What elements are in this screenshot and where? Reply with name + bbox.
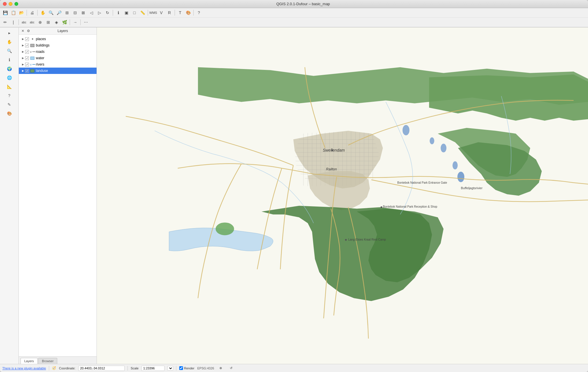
edit-tool[interactable]: ✏ <box>1 18 9 26</box>
pan-tool[interactable]: ✋ <box>39 9 47 16</box>
print-button[interactable]: 🖨 <box>28 9 36 16</box>
grass-tool[interactable]: 🌿 <box>61 18 68 26</box>
arrow-tool[interactable]: → <box>71 18 79 26</box>
label-tool[interactable]: T <box>176 9 184 16</box>
layer-icon-rivers: ∨ <box>30 62 35 67</box>
add-raster-tool[interactable]: R <box>166 9 173 16</box>
tool-select[interactable]: ▸ <box>5 29 13 37</box>
expand-icon-places[interactable]: ▶ <box>21 37 25 41</box>
identify-tool[interactable]: ℹ <box>114 9 122 16</box>
close-panel-icon[interactable]: ✕ <box>21 29 25 33</box>
expand-icon-landuse[interactable]: ▶ <box>21 69 25 72</box>
status-sep1 <box>49 366 49 371</box>
save-as-button[interactable]: 📋 <box>10 9 17 16</box>
layers-panel-title: Layers <box>31 29 95 33</box>
sep5 <box>175 10 175 16</box>
close-button[interactable] <box>3 2 7 6</box>
label-buffeljag: Buffeljagtsrivier <box>461 186 482 190</box>
left-tools-panel: ▸ ✋ 🔍 ℹ 🌍 🌐 📐 ? ✎ 🎨 <box>0 27 19 364</box>
tool-globe2[interactable]: 🌐 <box>5 74 13 82</box>
expand-icon-roads[interactable]: ▶ <box>21 50 25 53</box>
scale-input[interactable] <box>141 366 164 371</box>
save-button[interactable]: 💾 <box>1 9 9 16</box>
zoom-last-tool[interactable]: ◁ <box>88 9 95 16</box>
layer-icon-places: ✦ <box>30 37 35 41</box>
open-button[interactable]: 📂 <box>18 9 25 16</box>
delineate-tool[interactable]: ⊞ <box>45 18 52 26</box>
window-controls <box>3 2 18 6</box>
zoom-in-tool[interactable]: 🔍 <box>47 9 55 16</box>
checkbox-rivers[interactable]: ✓ <box>25 63 29 66</box>
zoom-layer-tool[interactable]: ⊟ <box>71 9 79 16</box>
more-tools[interactable]: ⋯ <box>82 18 90 26</box>
zoom-extent-tool[interactable]: ⊞ <box>63 9 71 16</box>
layers-panel: ✕ ⚙ Layers ▶ ✓ ✦ places ▶ <box>19 27 97 364</box>
sep8 <box>70 19 70 25</box>
checkbox-buildings[interactable]: ✓ <box>25 44 29 47</box>
digitize-tool[interactable]: | <box>10 18 17 26</box>
tool-zoom[interactable]: 🔍 <box>5 47 13 55</box>
refresh-tool[interactable]: ↻ <box>104 9 111 16</box>
tool-edit2[interactable]: ✎ <box>5 101 13 109</box>
epsg-settings-btn[interactable]: ⊕ <box>217 364 225 372</box>
expand-icon-buildings[interactable]: ▶ <box>21 44 25 47</box>
layer-item-rivers[interactable]: ▶ ✓ ∨ rivers <box>19 61 97 68</box>
tool-info[interactable]: ℹ <box>5 56 13 64</box>
help-button[interactable]: ? <box>195 9 203 16</box>
minimize-button[interactable] <box>9 2 12 6</box>
tab-layers[interactable]: Layers <box>21 358 38 364</box>
checkbox-places[interactable]: ✓ <box>25 37 29 41</box>
window-title: QGIS 2.0.1-Dufour – basic_map <box>21 2 585 6</box>
deselect-tool[interactable]: □ <box>131 9 138 16</box>
checkbox-roads[interactable]: ✓ <box>25 50 29 54</box>
sep9 <box>80 19 81 25</box>
render-toggle[interactable]: Render <box>179 366 194 370</box>
georef-tool[interactable]: ◈ <box>53 18 60 26</box>
heatmap-tool[interactable]: ⊕ <box>36 18 44 26</box>
maximize-button[interactable] <box>14 2 18 6</box>
label-swellendam: Swellendam <box>323 148 345 152</box>
style-tool[interactable]: 🎨 <box>184 9 192 16</box>
label-lang-elsies: Lang Elsies Kraal Rest Camp <box>348 238 386 241</box>
svg-point-35 <box>380 206 382 208</box>
sep3 <box>113 10 113 16</box>
add-wms-tool[interactable]: WMS <box>149 9 157 16</box>
tool-measure[interactable]: 📐 <box>5 83 13 91</box>
layer-item-roads[interactable]: ▶ ✓ ∨ roads <box>19 49 97 55</box>
map-area[interactable]: Swellendam Railton Bontebok National Par… <box>97 27 588 364</box>
epsg-label: EPSG:4326 <box>197 367 214 370</box>
layer-icon-water <box>30 56 35 60</box>
zoom-out-tool[interactable]: 🔎 <box>55 9 63 16</box>
layer-item-buildings[interactable]: ▶ ✓ buildings <box>19 42 97 49</box>
expand-icon-rivers[interactable]: ▶ <box>21 63 25 66</box>
tab-browser[interactable]: Browser <box>38 358 57 364</box>
main-content: ▸ ✋ 🔍 ℹ 🌍 🌐 📐 ? ✎ 🎨 ✕ ⚙ Layers <box>0 27 588 364</box>
layer-item-water[interactable]: ▶ ✓ water <box>19 55 97 61</box>
measure-tool[interactable]: 📏 <box>139 9 146 16</box>
render-checkbox[interactable] <box>179 366 183 370</box>
add-vector-tool[interactable]: V <box>158 9 165 16</box>
rotation-btn[interactable]: ↺ <box>228 364 235 372</box>
zoom-selection-tool[interactable]: ⊠ <box>79 9 87 16</box>
checkbox-landuse[interactable]: ✓ <box>25 69 29 73</box>
coordinate-input[interactable] <box>78 366 125 371</box>
sep4 <box>148 10 148 16</box>
tool-pan[interactable]: ✋ <box>5 38 13 46</box>
abc-tool[interactable]: abc <box>20 18 28 26</box>
select-tool[interactable]: ▣ <box>123 9 130 16</box>
layer-name-landuse: landuse <box>36 69 48 73</box>
scale-select[interactable]: ▼ <box>167 366 173 371</box>
tool-query[interactable]: ? <box>5 92 13 100</box>
tool-globe[interactable]: 🌍 <box>5 65 13 73</box>
layer-item-places[interactable]: ▶ ✓ ✦ places <box>19 36 97 42</box>
svg-point-36 <box>345 239 347 241</box>
svg-point-33 <box>216 222 234 235</box>
plugin-notice-link[interactable]: There is a new plugin available <box>2 367 46 370</box>
abc2-tool[interactable]: abc <box>28 18 36 26</box>
expand-icon-water[interactable]: ▶ <box>21 56 25 60</box>
layer-item-landuse[interactable]: ▶ ✓ landuse <box>19 68 97 74</box>
zoom-next-tool[interactable]: ▷ <box>96 9 103 16</box>
tool-style[interactable]: 🎨 <box>5 109 13 118</box>
checkbox-water[interactable]: ✓ <box>25 56 29 60</box>
panel-settings-icon[interactable]: ⚙ <box>26 29 31 33</box>
